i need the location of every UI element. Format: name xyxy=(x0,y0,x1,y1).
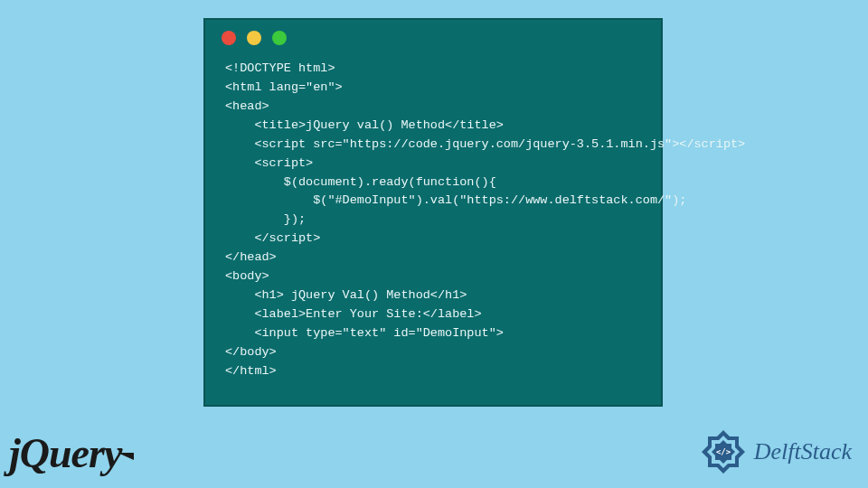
code-window: <!DOCTYPE html> <html lang="en"> <head> … xyxy=(203,18,663,407)
close-dot-icon xyxy=(222,31,236,45)
delftstack-text: DelftStack xyxy=(754,438,852,465)
code-content: <!DOCTYPE html> <html lang="en"> <head> … xyxy=(205,52,661,389)
jquery-logo: jQuery xyxy=(9,429,134,477)
delftstack-icon: </> xyxy=(698,427,749,477)
minimize-dot-icon xyxy=(247,31,261,45)
maximize-dot-icon xyxy=(272,31,287,45)
window-controls xyxy=(205,20,661,52)
svg-text:</>: </> xyxy=(716,447,731,456)
delftstack-logo: </> DelftStack xyxy=(698,427,852,477)
